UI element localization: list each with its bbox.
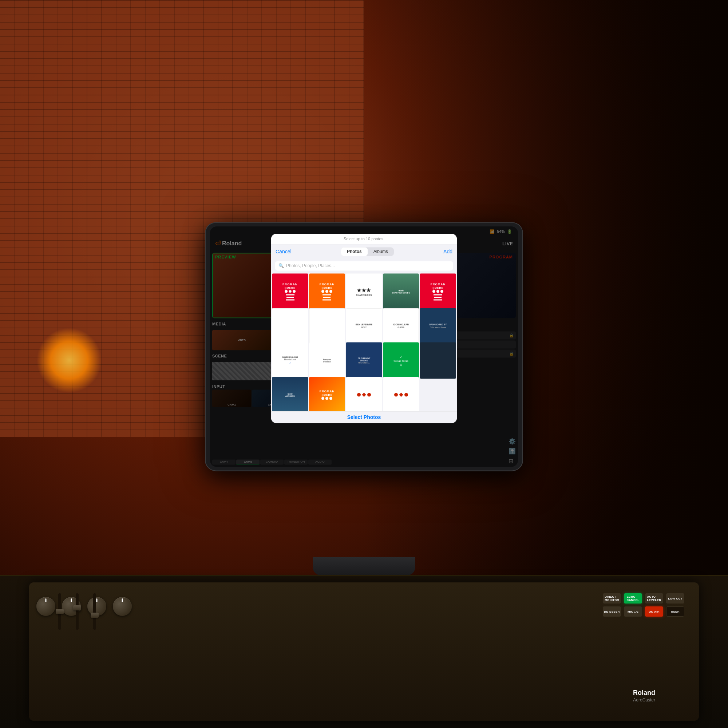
button-auto-leveler[interactable]: AUTOLEVELER: [645, 593, 663, 604]
picker-item-9[interactable]: IGOR MCLEAN GUITAR: [383, 308, 419, 344]
picker-item-11[interactable]: SHARPIESOUNDS Melodic Limit ♪: [272, 342, 308, 379]
fader-group: [58, 593, 96, 630]
picker-add-button[interactable]: Add: [444, 249, 453, 254]
fader-knob-1[interactable]: [56, 609, 64, 614]
mixer-panel: DIRECTMONITOR ECHOCANCEL AUTOLEVELER LOW…: [29, 583, 699, 721]
picker-item-10[interactable]: SPONSORED BY Cliffe Music Sound: [420, 308, 456, 344]
picker-item-15[interactable]: [420, 342, 456, 379]
picker-tabs: Photos Albums: [341, 247, 394, 256]
photo-picker-sheet: Select up to 10 photos. Cancel Photos Al…: [271, 234, 457, 423]
fader-track-2[interactable]: [76, 593, 79, 630]
fader-track-1[interactable]: [58, 593, 61, 630]
picker-item-19[interactable]: [383, 377, 419, 411]
picker-search-bar[interactable]: 🔍 Photos, People, Places...: [275, 261, 453, 271]
search-icon: 🔍: [278, 263, 284, 268]
fader-3: [93, 593, 96, 630]
roland-brand: Roland AeroCaster: [633, 689, 655, 702]
picker-cancel-button[interactable]: Cancel: [275, 249, 292, 254]
picker-item-2[interactable]: PROMAN QUERE: [309, 273, 346, 310]
picker-item-3[interactable]: ★★★ SHARPIESOU: [346, 273, 382, 310]
fader-2: [76, 593, 79, 630]
button-de-esser[interactable]: DE-ESSER: [603, 606, 621, 616]
button-on-air[interactable]: ON AIR: [645, 606, 663, 616]
button-low-cut[interactable]: LOW CUT: [666, 593, 684, 604]
picker-item-17[interactable]: PROMAN QUERE: [309, 377, 346, 411]
button-echo-cancel[interactable]: ECHOCANCEL: [624, 593, 642, 604]
roland-brand-model: AeroCaster: [633, 697, 655, 702]
picker-item-13[interactable]: ON OUR NEXT EPISODE THE CREAT...: [346, 342, 382, 379]
picker-item-1[interactable]: PROMAN QUERE: [272, 273, 308, 310]
picker-item-6[interactable]: [272, 308, 308, 344]
picker-grid: PROMAN QUERE: [271, 273, 457, 411]
picker-item-12[interactable]: Masquers Disinlect: [309, 342, 346, 379]
picker-select-bar[interactable]: Select Photos: [271, 411, 457, 423]
button-user[interactable]: USER: [666, 606, 684, 616]
photo-picker-overlay: Select up to 10 photos. Cancel Photos Al…: [210, 226, 518, 466]
picker-item-5[interactable]: PROMAN QUERE: [420, 273, 456, 310]
picker-item-18[interactable]: [346, 377, 382, 411]
button-grid: DIRECTMONITOR ECHOCANCEL AUTOLEVELER LOW…: [603, 593, 684, 616]
button-direct-monitor[interactable]: DIRECTMONITOR: [603, 593, 621, 604]
stage-light: [37, 327, 102, 393]
knob-comp1[interactable]: [37, 597, 55, 616]
picker-item-8[interactable]: BEN LEFEBVRE MOST: [346, 308, 382, 344]
tablet-device: 📶 54% 🔋 ⏎ Roland LIVE: [206, 223, 522, 470]
picker-nav: Cancel Photos Albums Add: [271, 244, 457, 259]
knob-lim2[interactable]: [113, 597, 132, 616]
picker-item-14[interactable]: ♪ Garage Songs ♫: [383, 342, 419, 379]
fader-1: [58, 593, 61, 630]
picker-item-7[interactable]: [309, 308, 346, 344]
fader-knob-3[interactable]: [91, 613, 99, 618]
picker-tab-albums[interactable]: Albums: [368, 247, 394, 256]
hardware-base: DIRECTMONITOR ECHOCANCEL AUTOLEVELER LOW…: [0, 575, 728, 728]
picker-top-message: Select up to 10 photos.: [271, 234, 457, 244]
roland-brand-name: Roland: [633, 689, 655, 697]
fader-knob-2[interactable]: [73, 605, 81, 610]
picker-tab-photos[interactable]: Photos: [341, 247, 368, 256]
search-placeholder: Photos, People, Places...: [286, 263, 335, 268]
button-mic12[interactable]: MIC 1/2: [624, 606, 642, 616]
picker-item-16[interactable]: ★★★ ARPIESOU: [272, 377, 308, 411]
fader-track-3[interactable]: [93, 593, 96, 630]
tablet-stand-bottom: [313, 557, 415, 575]
picker-item-4[interactable]: ★★★ SHARPIESOUNDS: [383, 273, 419, 310]
tablet-screen: 📶 54% 🔋 ⏎ Roland LIVE: [210, 226, 518, 466]
